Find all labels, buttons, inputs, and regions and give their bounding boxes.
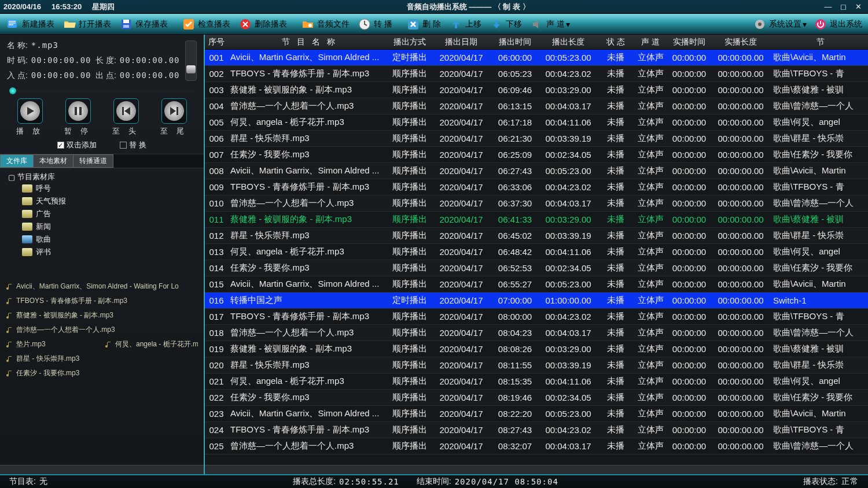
- playlist-row[interactable]: 020群星 - 快乐崇拜.mp3顺序播出2020/04/1708:11:5500…: [205, 357, 868, 374]
- maximize-button[interactable]: ◻: [837, 2, 849, 12]
- channel-button[interactable]: 声 道 ▾: [527, 16, 573, 33]
- playlist-h-scrollbar[interactable]: [205, 465, 868, 474]
- cell-stat: 未播: [598, 52, 633, 63]
- playlist-row[interactable]: 023Avicii、Martin Garrix、Simon Aldred ...…: [205, 406, 868, 422]
- replace-checkbox[interactable]: 替 换: [120, 140, 146, 150]
- pause-button[interactable]: 暂 停: [64, 98, 92, 136]
- move-down-button[interactable]: 下移: [486, 16, 525, 33]
- file-item[interactable]: 任素汐 - 我要你.mp3: [6, 366, 198, 380]
- delete-playlist-button[interactable]: 删除播表: [235, 16, 290, 33]
- cell-time: 08:00:00: [492, 312, 538, 321]
- check-playlist-button[interactable]: 检查播表: [178, 16, 234, 33]
- playlist-row[interactable]: 014任素汐 - 我要你.mp3顺序播出2020/04/1706:52:5300…: [205, 260, 868, 276]
- playlist-row[interactable]: 015Avicii、Martin Garrix、Simon Aldred ...…: [205, 276, 868, 293]
- col-time[interactable]: 播出时间: [492, 37, 538, 47]
- minimize-button[interactable]: —: [822, 2, 834, 12]
- move-up-button[interactable]: 上移: [446, 16, 485, 33]
- tab-local[interactable]: 本地素材: [33, 154, 73, 168]
- tree-item[interactable]: 新闻: [8, 220, 201, 233]
- delete-item-button[interactable]: 删 除: [403, 16, 444, 33]
- playlist-row[interactable]: 006群星 - 快乐崇拜.mp3顺序播出2020/04/1706:21:3000…: [205, 131, 868, 147]
- audio-file-button[interactable]: 音频文件: [297, 16, 353, 33]
- tree-item[interactable]: 歌曲: [8, 233, 201, 246]
- cell-date: 2020/04/17: [431, 312, 492, 321]
- playlist-row[interactable]: 007任素汐 - 我要你.mp3顺序播出2020/04/1706:25:0900…: [205, 147, 868, 163]
- playlist-row[interactable]: 010曾沛慈—一个人想着一个人.mp3顺序播出2020/04/1706:37:3…: [205, 195, 868, 212]
- chevron-down-icon: ▾: [803, 20, 807, 29]
- file-item[interactable]: Avicii、Martin Garrix、Simon Aldred - Wait…: [6, 279, 198, 294]
- cell-actual-len: 00:00:00.00: [711, 263, 771, 273]
- to-end-button[interactable]: 至 尾: [160, 98, 188, 136]
- playlist-row[interactable]: 008Avicii、Martin Garrix、Simon Aldred ...…: [205, 163, 868, 179]
- left-h-scrollbar[interactable]: [0, 465, 204, 474]
- playlist-row[interactable]: 024TFBOYS - 青春修炼手册 - 副本.mp3顺序播出2020/04/1…: [205, 422, 868, 438]
- playlist-row[interactable]: 003蔡健雅 - 被驯服的象 - 副本.mp3顺序播出2020/04/1706:…: [205, 82, 868, 98]
- playlist-row[interactable]: 011蔡健雅 - 被驯服的象 - 副本.mp3顺序播出2020/04/1706:…: [205, 212, 868, 228]
- playlist-row[interactable]: 019蔡健雅 - 被驯服的象 - 副本.mp3顺序播出2020/04/1708:…: [205, 341, 868, 357]
- to-head-button[interactable]: 至 头: [112, 98, 140, 136]
- playlist-row[interactable]: 021何炅、angela - 栀子花开.mp3顺序播出2020/04/1708:…: [205, 374, 868, 390]
- tab-relay[interactable]: 转播通道: [73, 154, 113, 168]
- playlist-row[interactable]: 018曾沛慈—一个人想着一个人.mp3顺序播出2020/04/1708:04:2…: [205, 325, 868, 341]
- col-date[interactable]: 播出日期: [431, 37, 492, 47]
- col-chan[interactable]: 声 道: [633, 37, 668, 47]
- exit-button[interactable]: 退出系统: [810, 16, 866, 33]
- file-item[interactable]: 垫片.mp3: [6, 337, 99, 352]
- file-item[interactable]: 蔡健雅 - 被驯服的象 - 副本.mp3: [6, 308, 198, 323]
- col-path[interactable]: 节: [771, 37, 868, 47]
- playlist-row[interactable]: 002TFBOYS - 青春修炼手册 - 副本.mp3顺序播出2020/04/1…: [205, 66, 868, 82]
- playlist-row[interactable]: 005何炅、angela - 栀子花开.mp3顺序播出2020/04/1706:…: [205, 114, 868, 131]
- tab-files[interactable]: 文件库: [0, 154, 34, 168]
- dbl-add-checkbox[interactable]: 双击添加: [57, 140, 97, 150]
- settings-button[interactable]: 系统设置 ▾: [749, 16, 810, 33]
- cell-seq: 017: [205, 312, 228, 321]
- tree-item[interactable]: 天气预报: [8, 195, 201, 208]
- progress-bar[interactable]: [9, 89, 194, 93]
- volume-slider[interactable]: [185, 40, 197, 81]
- col-actual-time[interactable]: 实播时间: [668, 37, 711, 47]
- playlist-row[interactable]: 025曾沛慈—一个人想着一个人.mp3顺序播出2020/04/1708:32:0…: [205, 438, 868, 454]
- new-playlist-button[interactable]: 新建播表: [2, 16, 58, 33]
- playlist-row[interactable]: 009TFBOYS - 青春修炼手册 - 副本.mp3顺序播出2020/04/1…: [205, 179, 868, 195]
- col-actual-len[interactable]: 实播长度: [711, 37, 771, 47]
- col-name[interactable]: 节 目 名 称: [228, 37, 389, 47]
- file-item[interactable]: TFBOYS - 青春修炼手册 - 副本.mp3: [6, 294, 198, 308]
- playlist-row[interactable]: 001Avicii、Martin Garrix、Simon Aldred ...…: [205, 50, 868, 66]
- relay-button[interactable]: 转 播: [354, 16, 396, 33]
- play-button[interactable]: 播 放: [16, 98, 44, 136]
- file-item[interactable]: 群星 - 快乐崇拜.mp3: [6, 352, 198, 366]
- cell-seq: 005: [205, 117, 228, 127]
- file-item[interactable]: 曾沛慈—一个人想着一个人.mp3: [6, 323, 198, 337]
- playlist-row[interactable]: 017TFBOYS - 青春修炼手册 - 副本.mp3顺序播出2020/04/1…: [205, 309, 868, 325]
- tree-item[interactable]: 呼号: [8, 182, 201, 195]
- cell-stat: 未播: [598, 376, 633, 387]
- cell-path: 歌曲\Avicii、Martin: [771, 52, 868, 63]
- cell-time: 06:21:30: [492, 134, 538, 143]
- tree-item[interactable]: 评书: [8, 246, 201, 258]
- cell-name: TFBOYS - 青春修炼手册 - 副本.mp3: [228, 311, 389, 322]
- file-item[interactable]: 何炅、angela - 栀子花开.mp3: [105, 337, 198, 352]
- col-seq[interactable]: 序号: [205, 37, 228, 47]
- svg-point-13: [758, 23, 762, 26]
- col-stat[interactable]: 状 态: [598, 37, 633, 47]
- col-len[interactable]: 播出长度: [538, 37, 598, 47]
- tree-item[interactable]: 广告: [8, 208, 201, 220]
- svg-rect-3: [9, 24, 13, 25]
- cell-seq: 010: [205, 198, 228, 208]
- music-note-icon: [6, 355, 14, 363]
- playlist-row[interactable]: 004曾沛慈—一个人想着一个人.mp3顺序播出2020/04/1706:13:1…: [205, 98, 868, 114]
- save-playlist-button[interactable]: 保存播表: [116, 16, 171, 33]
- tree-root[interactable]: ▢ 节目素材库: [8, 172, 201, 182]
- chevron-down-icon: ▾: [566, 20, 570, 29]
- open-playlist-button[interactable]: 打开播表: [59, 16, 115, 33]
- cell-date: 2020/04/17: [431, 134, 492, 143]
- playlist-row[interactable]: 022任素汐 - 我要你.mp3顺序播出2020/04/1708:19:4600…: [205, 390, 868, 406]
- playlist-row[interactable]: 012群星 - 快乐崇拜.mp3顺序播出2020/04/1706:45:0200…: [205, 228, 868, 244]
- cell-name: Avicii、Martin Garrix、Simon Aldred ...: [228, 52, 389, 63]
- col-mode[interactable]: 播出方式: [389, 37, 431, 47]
- cell-chan: 立体声: [633, 117, 668, 128]
- playlist-row[interactable]: 016转播中国之声定时播出2020/04/1707:00:0001:00:00.…: [205, 293, 868, 309]
- close-button[interactable]: ✕: [852, 2, 865, 12]
- cell-name: Avicii、Martin Garrix、Simon Aldred ...: [228, 165, 389, 176]
- playlist-row[interactable]: 013何炅、angela - 栀子花开.mp3顺序播出2020/04/1706:…: [205, 244, 868, 260]
